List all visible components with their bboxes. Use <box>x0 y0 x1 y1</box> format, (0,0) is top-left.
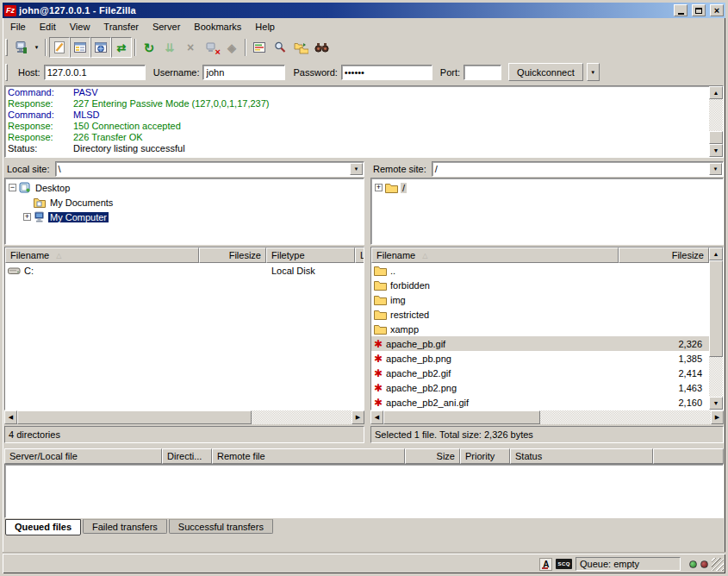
quickconnect-dropdown[interactable]: ▼ <box>587 63 600 81</box>
scroll-left-icon[interactable]: ◀ <box>370 410 383 424</box>
remote-folder-row[interactable]: xampp <box>371 322 709 336</box>
image-file-icon: ✱ <box>374 368 383 379</box>
queue-col-direction[interactable]: Directi... <box>162 448 212 464</box>
host-input[interactable] <box>44 65 146 80</box>
menu-edit[interactable]: Edit <box>33 19 63 34</box>
menu-file[interactable]: File <box>3 19 33 34</box>
tree-item-my-documents[interactable]: My Documents <box>5 195 364 210</box>
scroll-left-icon[interactable]: ◀ <box>4 410 17 424</box>
menu-transfer[interactable]: Transfer <box>96 19 146 34</box>
log-scrollbar[interactable]: ▲ ▼ <box>709 86 723 157</box>
queue-body[interactable] <box>4 464 724 518</box>
queue-col-remote-file[interactable]: Remote file <box>212 448 405 464</box>
tab-queued-files[interactable]: Queued files <box>5 519 81 535</box>
username-input[interactable] <box>202 65 285 80</box>
scroll-down-icon[interactable]: ▼ <box>709 397 723 410</box>
expand-icon[interactable]: + <box>23 213 31 221</box>
log-line: Command:MLSD <box>5 110 709 121</box>
remote-hscroll-thumb[interactable] <box>383 410 540 424</box>
filezilla-app-icon: Fz <box>4 5 16 16</box>
remote-file-row[interactable]: ✱apache_pb2.gif 2,414 <box>371 366 709 380</box>
remote-folder-row[interactable]: restricted <box>371 307 709 322</box>
queue-col-priority[interactable]: Priority <box>460 448 510 464</box>
close-button[interactable]: × <box>710 4 724 16</box>
tree-item-my-computer[interactable]: + My Computer <box>5 210 364 224</box>
title-bar[interactable]: Fz john@127.0.0.1 - FileZilla × <box>3 3 725 18</box>
remote-col-filename[interactable]: Filename △ <box>371 247 619 263</box>
reconnect-button[interactable]: ◈ <box>221 37 242 58</box>
queue-header: Server/Local file Directi... Remote file… <box>4 448 724 464</box>
remote-file-row[interactable]: ✱apache_pb2_ani.gif 2,160 <box>371 395 709 410</box>
remote-folder-row[interactable]: forbidden <box>371 278 709 292</box>
remote-file-row[interactable]: ✱apache_pb2.png 1,463 <box>371 380 709 395</box>
scroll-right-icon[interactable]: ▶ <box>352 410 364 424</box>
local-col-filesize[interactable]: Filesize <box>199 247 266 263</box>
remote-folder-row[interactable]: .. <box>371 263 709 278</box>
resize-grip[interactable] <box>712 558 724 571</box>
toggle-local-tree-button[interactable] <box>70 37 90 58</box>
quickconnect-button[interactable]: Quickconnect <box>508 63 583 81</box>
quickconnect-grip <box>5 64 8 81</box>
menu-server[interactable]: Server <box>146 19 187 34</box>
remote-col-filesize[interactable]: Filesize <box>619 247 709 263</box>
local-col-filetype[interactable]: Filetype <box>266 247 355 263</box>
scroll-right-icon[interactable]: ▶ <box>711 410 724 424</box>
scroll-up-icon[interactable]: ▲ <box>709 86 723 99</box>
filename-filters-button[interactable] <box>270 37 290 58</box>
toggle-remote-tree-button[interactable] <box>90 37 111 58</box>
local-site-combo[interactable]: \ ▼ <box>55 161 364 177</box>
refresh-icon: ↻ <box>144 41 155 54</box>
menu-help[interactable]: Help <box>248 19 282 34</box>
log-scroll-track[interactable] <box>709 99 723 131</box>
queue-col-status[interactable]: Status <box>510 448 653 464</box>
menu-bookmarks[interactable]: Bookmarks <box>187 19 248 34</box>
remote-vscroll-track[interactable] <box>709 357 723 397</box>
log-scroll-thumb[interactable] <box>709 131 723 144</box>
remote-vertical-scrollbar[interactable]: ▲ ▼ <box>709 247 723 410</box>
expand-icon[interactable]: + <box>375 184 383 191</box>
menu-view[interactable]: View <box>63 19 97 34</box>
directory-comparison-button[interactable] <box>249 37 270 58</box>
minimize-button[interactable] <box>674 4 688 16</box>
remote-vscroll-thumb[interactable] <box>709 260 723 357</box>
local-col-filename[interactable]: Filename △ <box>5 247 199 263</box>
site-manager-button[interactable] <box>10 37 31 58</box>
collapse-icon[interactable]: − <box>9 184 16 191</box>
remote-file-row-selected[interactable]: ✱apache_pb.gif 2,326 <box>371 336 709 351</box>
port-input[interactable] <box>464 65 501 80</box>
remote-folder-row[interactable]: img <box>371 292 709 307</box>
refresh-button[interactable]: ↻ <box>139 37 159 58</box>
cancel-operation-button[interactable]: × <box>180 37 201 58</box>
find-files-button[interactable] <box>311 37 332 58</box>
remote-site-combo[interactable]: / ▼ <box>432 161 724 177</box>
password-input[interactable] <box>341 65 432 80</box>
local-hscroll-track[interactable] <box>17 410 352 424</box>
chevron-down-icon[interactable]: ▼ <box>709 163 722 175</box>
remote-file-row[interactable]: ✱apache_pb.png 1,385 <box>371 351 709 366</box>
tree-item-desktop[interactable]: − Desktop <box>5 180 364 195</box>
local-horizontal-scrollbar[interactable]: ◀ ▶ <box>4 410 364 424</box>
toggle-message-log-button[interactable] <box>49 37 70 58</box>
remote-horizontal-scrollbar[interactable]: ◀ ▶ <box>370 410 724 424</box>
process-queue-button[interactable]: ⇊ <box>159 37 180 58</box>
toolbar: ▼ ⇄ <box>3 35 725 59</box>
scroll-up-icon[interactable]: ▲ <box>709 247 723 260</box>
tree-item-root[interactable]: + / <box>371 180 723 195</box>
queue-col-size[interactable]: Size <box>405 448 460 464</box>
maximize-button[interactable] <box>692 4 706 16</box>
local-col-lastmodified[interactable]: L <box>355 247 364 263</box>
remote-hscroll-track[interactable] <box>383 410 711 424</box>
local-file-row[interactable]: C: Local Disk <box>5 263 364 278</box>
chevron-down-icon[interactable]: ▼ <box>350 163 363 175</box>
queue-col-server-local-file[interactable]: Server/Local file <box>4 448 162 464</box>
scroll-down-icon[interactable]: ▼ <box>709 144 723 157</box>
toggle-transfer-queue-button[interactable]: ⇄ <box>111 37 132 58</box>
local-hscroll-thumb[interactable] <box>17 410 252 424</box>
minimize-icon <box>678 13 684 15</box>
tab-failed-transfers[interactable]: Failed transfers <box>83 519 167 534</box>
disconnect-button[interactable]: × <box>201 37 221 58</box>
site-manager-dropdown[interactable]: ▼ <box>31 37 42 58</box>
host-label: Host: <box>18 67 40 78</box>
tab-successful-transfers[interactable]: Successful transfers <box>169 519 273 534</box>
synchronized-browsing-button[interactable] <box>290 37 311 58</box>
